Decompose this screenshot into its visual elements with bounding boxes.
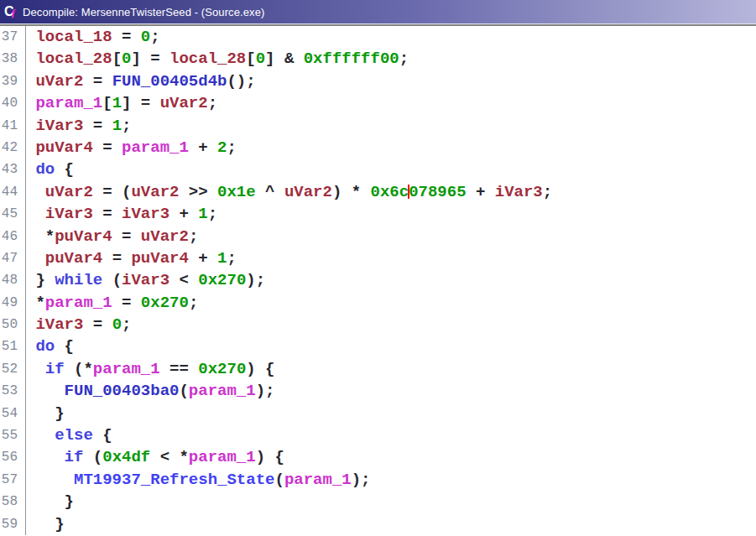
token-operator[interactable]: { xyxy=(55,337,74,356)
token-operator[interactable]: ; xyxy=(122,315,131,334)
code-line[interactable]: 44 uVar2 = (uVar2 >> 0x1e ^ uVar2) * 0x6… xyxy=(0,181,756,203)
code-line-text[interactable]: } xyxy=(26,403,65,424)
token-keyword[interactable]: if xyxy=(45,360,65,378)
code-line-text[interactable]: FUN_00403ba0(param_1); xyxy=(26,380,274,402)
token-operator[interactable]: < * xyxy=(150,448,189,466)
token-variable[interactable]: iVar3 xyxy=(122,205,169,223)
token-constant[interactable]: 0 xyxy=(141,28,150,46)
token-operator[interactable]: ; xyxy=(208,205,217,223)
token-parameter[interactable]: param_1 xyxy=(35,94,102,112)
token-constant[interactable]: 0xffffff00 xyxy=(304,49,399,68)
token-operator[interactable]: ^ xyxy=(256,183,284,201)
token-keyword[interactable]: do xyxy=(35,160,55,179)
code-line[interactable]: 56 if (0x4df < *param_1) { xyxy=(0,446,756,468)
code-line[interactable]: 58 } xyxy=(0,491,756,513)
token-operator[interactable]: { xyxy=(93,426,112,445)
token-operator[interactable]: = xyxy=(93,138,122,157)
token-operator[interactable]: = xyxy=(83,315,112,334)
token-operator[interactable]: = xyxy=(102,249,131,268)
code-line-text[interactable]: if (0x4df < *param_1) { xyxy=(26,446,284,468)
token-operator[interactable]: [ xyxy=(112,49,122,68)
code-line[interactable]: 51 do { xyxy=(0,336,756,357)
code-line[interactable]: 53 FUN_00403ba0(param_1); xyxy=(0,380,756,402)
code-line-text[interactable]: local_18 = 0; xyxy=(26,26,160,48)
token-operator[interactable]: * xyxy=(45,227,55,246)
token-operator[interactable]: ] = xyxy=(131,49,169,68)
token-operator[interactable]: ; xyxy=(543,183,552,201)
token-operator[interactable]: (); xyxy=(227,72,255,91)
token-constant[interactable]: 0 xyxy=(256,49,265,68)
token-constant[interactable]: 0x270 xyxy=(141,294,189,312)
code-line[interactable]: 50 iVar3 = 0; xyxy=(0,314,756,336)
token-operator[interactable]: = ( xyxy=(93,183,132,201)
token-variable[interactable]: uVar2 xyxy=(35,72,83,91)
token-operator[interactable]: == xyxy=(160,360,199,378)
code-line-text[interactable]: iVar3 = 1; xyxy=(26,115,131,137)
token-operator[interactable]: ; xyxy=(208,94,217,112)
token-constant[interactable]: 0x6c xyxy=(371,183,409,201)
code-line[interactable]: 52 if (*param_1 == 0x270) { xyxy=(0,358,756,380)
token-operator[interactable]: * xyxy=(35,294,44,312)
token-operator[interactable]: } xyxy=(55,515,64,533)
token-operator[interactable]: + xyxy=(189,138,217,157)
code-line[interactable]: 42 puVar4 = param_1 + 2; xyxy=(0,137,756,159)
token-keyword[interactable]: do xyxy=(35,337,55,356)
token-operator[interactable]: ( xyxy=(274,471,284,489)
token-variable[interactable]: iVar3 xyxy=(45,205,93,223)
code-line-text[interactable]: if (*param_1 == 0x270) { xyxy=(26,358,275,380)
token-operator[interactable]: [ xyxy=(246,49,255,68)
token-operator[interactable]: + xyxy=(169,205,198,223)
token-parameter[interactable]: param_1 xyxy=(45,294,112,312)
decompiler-titlebar[interactable]: C ƒ Decompile: MersenneTwisterSeed - (So… xyxy=(0,0,756,23)
code-line[interactable]: 41 iVar3 = 1; xyxy=(0,115,756,137)
code-line-text[interactable]: param_1[1] = uVar2; xyxy=(26,92,217,114)
token-parameter[interactable]: param_1 xyxy=(189,448,256,466)
token-parameter[interactable]: param_1 xyxy=(189,382,256,400)
token-variable[interactable]: puVar4 xyxy=(131,249,188,268)
token-variable[interactable]: local_28 xyxy=(169,49,246,68)
token-keyword[interactable]: while xyxy=(55,271,102,289)
code-line-text[interactable]: local_28[0] = local_28[0] & 0xffffff00; xyxy=(26,48,409,70)
code-line-text[interactable]: } while (iVar3 < 0x270); xyxy=(26,269,265,291)
token-constant[interactable]: 1 xyxy=(198,205,207,223)
token-operator[interactable]: = xyxy=(112,294,141,312)
token-function-call[interactable]: FUN_00405d4b xyxy=(112,72,227,91)
token-operator[interactable]: ] & xyxy=(265,49,304,68)
token-operator[interactable]: } xyxy=(35,271,55,289)
code-line[interactable]: 40 param_1[1] = uVar2; xyxy=(0,92,756,114)
token-variable[interactable]: puVar4 xyxy=(35,138,92,157)
token-variable[interactable]: iVar3 xyxy=(495,183,543,201)
token-operator[interactable]: ; xyxy=(227,138,237,157)
code-line-text[interactable]: } xyxy=(26,513,65,535)
code-line[interactable]: 49 *param_1 = 0x270; xyxy=(0,292,756,314)
token-operator[interactable]: } xyxy=(65,492,74,511)
token-function-call[interactable]: FUN_00403ba0 xyxy=(65,382,180,400)
token-operator[interactable]: ; xyxy=(150,28,159,46)
token-constant[interactable]: 078965 xyxy=(409,183,466,201)
code-line[interactable]: 47 puVar4 = puVar4 + 1; xyxy=(0,247,756,269)
token-operator[interactable]: = xyxy=(112,227,141,246)
code-line[interactable]: 57 MT19937_Refresh_State(param_1); xyxy=(0,469,756,491)
token-constant[interactable]: 2 xyxy=(217,138,227,157)
token-operator[interactable]: ) { xyxy=(246,360,274,378)
token-operator[interactable]: ] = xyxy=(122,94,160,112)
token-variable[interactable]: puVar4 xyxy=(55,227,112,246)
token-operator[interactable]: = xyxy=(83,117,112,135)
token-operator[interactable]: ) { xyxy=(256,448,284,466)
code-line[interactable]: 54 } xyxy=(0,403,756,424)
token-keyword[interactable]: if xyxy=(65,448,84,466)
token-variable[interactable]: uVar2 xyxy=(45,183,93,201)
token-variable[interactable]: local_18 xyxy=(35,28,112,46)
code-line-text[interactable]: puVar4 = param_1 + 2; xyxy=(26,137,237,159)
code-line-text[interactable]: uVar2 = FUN_00405d4b(); xyxy=(26,70,256,92)
token-parameter[interactable]: param_1 xyxy=(122,138,189,157)
token-variable[interactable]: uVar2 xyxy=(131,183,179,201)
code-line[interactable]: 43 do { xyxy=(0,159,756,180)
code-line-text[interactable]: uVar2 = (uVar2 >> 0x1e ^ uVar2) * 0x6c07… xyxy=(26,181,552,203)
code-line-text[interactable]: puVar4 = puVar4 + 1; xyxy=(26,247,237,269)
decompiled-code-area[interactable]: 37 local_18 = 0;38 local_28[0] = local_2… xyxy=(0,26,756,536)
token-function-call[interactable]: MT19937_Refresh_State xyxy=(74,471,274,489)
token-operator[interactable]: ; xyxy=(227,249,237,268)
token-operator[interactable]: (* xyxy=(65,360,93,378)
token-operator[interactable]: ; xyxy=(189,227,198,246)
